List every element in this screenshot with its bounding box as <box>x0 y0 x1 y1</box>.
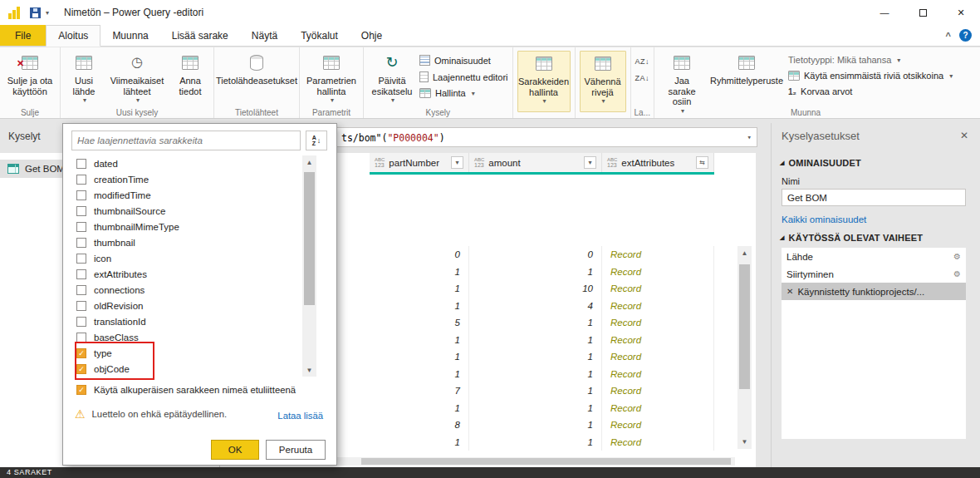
expand-column-icon[interactable]: ⇆ <box>696 156 708 169</box>
checkbox[interactable]: ✓ <box>76 348 86 358</box>
cell-extattributes-record-link[interactable]: Record <box>602 246 714 264</box>
close-button[interactable]: ✕ <box>942 0 980 25</box>
gear-icon[interactable]: ⚙ <box>953 269 961 278</box>
column-option[interactable]: thumbnailMimeType <box>71 219 296 234</box>
datasource-settings-button[interactable]: Tietolähdeasetukset <box>218 51 295 88</box>
column-option[interactable]: translationId <box>71 313 296 329</box>
column-header[interactable]: ABC123partNumber▾ <box>370 153 469 172</box>
manage-columns-button[interactable]: Sarakkeiden hallinta▾ <box>517 51 571 112</box>
advanced-editor-button[interactable]: Laajennettu editori <box>419 71 508 82</box>
column-option[interactable]: creationTime <box>71 171 296 187</box>
table-row[interactable]: 81Record <box>370 416 714 434</box>
use-first-row-button[interactable]: Käytä ensimmäistä riviä otsikkoina▾ <box>788 71 953 81</box>
replace-values-button[interactable]: 1₂ Korvaa arvot <box>788 86 953 96</box>
scrollbar-thumb[interactable] <box>304 172 315 305</box>
query-name-input[interactable] <box>782 189 966 206</box>
checkbox[interactable] <box>76 159 86 169</box>
recent-sources-button[interactable]: ◷ Viimeaikaiset lähteet▾ <box>106 51 168 106</box>
checkbox[interactable] <box>76 254 86 264</box>
table-row[interactable]: 14Record <box>370 298 714 315</box>
column-option[interactable]: icon <box>71 250 296 266</box>
column-option[interactable]: thumbnail <box>71 234 296 250</box>
column-header[interactable]: ABC123extAttributes⇆ <box>602 153 714 172</box>
cell-extattributes-record-link[interactable]: Record <box>602 264 714 281</box>
tab-lisaa-sarake[interactable]: Lisää sarake <box>160 25 240 46</box>
checkbox[interactable] <box>76 238 86 248</box>
applied-step[interactable]: ✕Käynnistetty funktioprojects/... <box>782 283 966 300</box>
cell-extattributes-record-link[interactable]: Record <box>602 400 714 417</box>
checkbox[interactable] <box>76 175 86 185</box>
filter-icon[interactable]: ▾ <box>451 156 463 169</box>
cell-extattributes-record-link[interactable]: Record <box>602 280 714 298</box>
checkbox[interactable] <box>76 222 86 232</box>
delete-step-icon[interactable]: ✕ <box>786 287 793 296</box>
scroll-up-icon[interactable]: ▲ <box>302 155 316 169</box>
table-row[interactable]: 11Record <box>370 264 714 281</box>
checkbox[interactable] <box>76 285 86 295</box>
checkbox[interactable] <box>76 206 86 216</box>
checkbox[interactable] <box>76 190 86 200</box>
column-option[interactable]: baseClass <box>71 329 296 345</box>
sort-descending-button[interactable]: ZA↓ <box>635 74 650 82</box>
new-source-button[interactable]: Uusi lähde▾ <box>65 51 103 106</box>
group-by-button[interactable]: Ryhmittelyperuste <box>708 51 785 88</box>
cancel-button[interactable]: Peruuta <box>266 440 326 460</box>
column-option[interactable]: modifiedTime <box>71 187 296 203</box>
table-row[interactable]: 11Record <box>370 366 714 383</box>
properties-button[interactable]: Ominaisuudet <box>419 55 508 66</box>
checkbox[interactable]: ✓ <box>76 385 86 395</box>
table-row[interactable]: 11Record <box>370 332 714 349</box>
checkbox[interactable] <box>76 269 86 279</box>
search-input[interactable] <box>71 131 301 150</box>
checkbox[interactable] <box>76 301 86 311</box>
cell-extattributes-record-link[interactable]: Record <box>602 382 714 400</box>
tab-file[interactable]: File <box>0 25 46 46</box>
sort-ascending-button[interactable]: AZ↓ <box>635 57 650 66</box>
cell-extattributes-record-link[interactable]: Record <box>602 298 714 315</box>
refresh-preview-button[interactable]: ↻ Päivitä esikatselu▾ <box>368 51 416 106</box>
tab-ohje[interactable]: Ohje <box>350 25 394 46</box>
column-option[interactable]: ✓objCode <box>71 361 296 377</box>
checkbox[interactable] <box>76 333 86 342</box>
table-row[interactable]: 51Record <box>370 314 714 332</box>
enter-data-button[interactable]: Anna tiedot <box>171 51 209 98</box>
cell-extattributes-record-link[interactable]: Record <box>602 314 714 332</box>
properties-section-header[interactable]: ◢ OMINAISUUDET <box>780 158 861 168</box>
table-row[interactable]: 11Record <box>370 400 714 417</box>
scroll-up-icon[interactable]: ▲ <box>737 246 752 260</box>
table-vertical-scrollbar[interactable]: ▲ ▼ <box>737 246 752 449</box>
column-option[interactable]: oldRevision <box>71 298 296 313</box>
tab-muunna[interactable]: Muunna <box>100 25 159 46</box>
data-type-button[interactable]: Tietotyyppi: Mikä tahansa▾ <box>788 55 953 65</box>
minimize-button[interactable]: — <box>865 0 904 25</box>
split-column-button[interactable]: Jaa sarake osiin▾ <box>659 51 705 116</box>
cell-extattributes-record-link[interactable]: Record <box>602 416 714 434</box>
table-row[interactable]: 00Record <box>370 246 714 264</box>
column-option[interactable]: dated <box>71 155 296 171</box>
all-properties-link[interactable]: Kaikki ominaisuudet <box>782 214 866 224</box>
column-option[interactable]: ✓type <box>71 345 296 361</box>
tab-nayta[interactable]: Näytä <box>240 25 289 46</box>
cell-extattributes-record-link[interactable]: Record <box>602 332 714 349</box>
column-header[interactable]: ABC123amount▾ <box>469 153 602 172</box>
cell-extattributes-record-link[interactable]: Record <box>602 348 714 366</box>
close-and-apply-button[interactable]: ✕ Sulje ja ota käyttöön <box>4 51 56 98</box>
reduce-rows-button[interactable]: Vähennä rivejä▾ <box>580 51 626 112</box>
cell-extattributes-record-link[interactable]: Record <box>602 434 714 451</box>
collapse-ribbon-icon[interactable]: ^ <box>946 31 951 41</box>
manage-button[interactable]: Hallinta▾ <box>419 88 508 98</box>
table-row[interactable]: 110Record <box>370 280 714 298</box>
column-option[interactable]: extAttributes <box>71 266 296 282</box>
load-more-link[interactable]: Lataa lisää <box>277 411 323 421</box>
gear-icon[interactable]: ⚙ <box>953 252 961 261</box>
tab-aloitus[interactable]: Aloitus <box>46 25 100 47</box>
scroll-down-icon[interactable]: ▼ <box>737 435 752 449</box>
scrollbar-thumb[interactable] <box>739 264 750 389</box>
table-row[interactable]: 11Record <box>370 348 714 366</box>
manage-parameters-button[interactable]: Parametrien hallinta▾ <box>304 51 359 106</box>
maximize-button[interactable] <box>904 0 942 25</box>
quick-access-caret-icon[interactable]: ▾ <box>46 9 49 17</box>
ok-button[interactable]: OK <box>211 440 259 460</box>
column-option[interactable]: connections <box>71 282 296 298</box>
checkbox[interactable] <box>76 317 86 327</box>
